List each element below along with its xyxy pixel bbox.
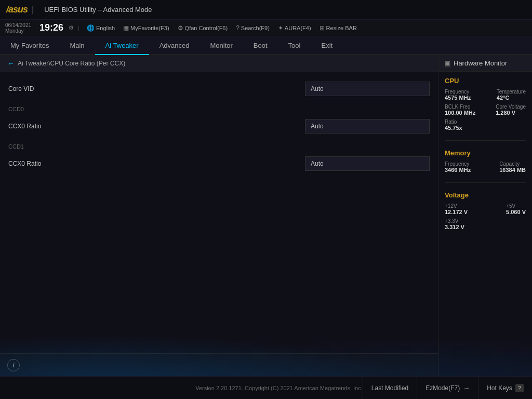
footer-copyright: Version 2.20.1271. Copyright (C) 2021 Am… xyxy=(195,385,363,391)
ratio-label: Ratio xyxy=(445,119,462,125)
memory-section-title: Memory xyxy=(445,149,526,157)
favorite-icon: ▦ xyxy=(123,24,129,32)
main-navigation: My Favorites Main Ai Tweaker Advanced Mo… xyxy=(0,36,532,55)
toolbar: 06/14/2021 Monday 19:26 ⚙ | 🌐 English ▦ … xyxy=(0,20,532,36)
search-button[interactable]: ? Search(F9) xyxy=(233,23,273,33)
breadcrumb: ← Ai Tweaker\CPU Core Ratio (Per CCX) xyxy=(0,55,438,72)
bclk-label: BCLK Freq xyxy=(445,104,475,110)
ez-mode-button[interactable]: EzMode(F7) → xyxy=(417,377,478,400)
nav-ai-tweaker[interactable]: Ai Tweaker xyxy=(95,36,149,55)
voltage-section-title: Voltage xyxy=(445,191,526,199)
nav-main[interactable]: Main xyxy=(59,36,95,55)
cpu-frequency-label: Frequency xyxy=(445,89,471,95)
nav-exit[interactable]: Exit xyxy=(311,36,343,55)
setting-row-ccx0-ratio-0: CCX0 Ratio Auto xyxy=(0,115,438,138)
hardware-monitor-panel: ▣ Hardware Monitor CPU Frequency 4575 MH… xyxy=(438,55,532,376)
aura-button[interactable]: ✦ AURA(F4) xyxy=(275,23,314,33)
voltage-section: Voltage +12V 12.172 V +5V 5.060 V +3.3V … xyxy=(438,186,532,236)
footer-right: Last Modified EzMode(F7) → Hot Keys ? xyxy=(363,377,532,400)
hot-keys-icon: ? xyxy=(515,384,524,392)
voltage-12v-row: +12V 12.172 V +5V 5.060 V xyxy=(445,203,526,215)
memory-capacity-label: Capacity xyxy=(499,161,526,167)
hot-keys-button[interactable]: Hot Keys ? xyxy=(478,377,532,400)
settings-panel: ← Ai Tweaker\CPU Core Ratio (Per CCX) Co… xyxy=(0,55,438,376)
v12-value: 12.172 V xyxy=(445,209,468,215)
ccd0-section: CCD0 xyxy=(0,100,438,115)
asus-logo-text: /asus xyxy=(6,4,28,15)
cpu-section-title: CPU xyxy=(445,77,526,85)
breadcrumb-path: Ai Tweaker\CPU Core Ratio (Per CCX) xyxy=(18,60,125,67)
info-bar: i xyxy=(0,353,438,376)
back-button[interactable]: ← xyxy=(7,59,15,68)
footer-bar: Version 2.20.1271. Copyright (C) 2021 Am… xyxy=(0,376,532,399)
memory-frequency-label: Frequency xyxy=(445,161,471,167)
ccx0-ratio-1-label: CCX0 Ratio xyxy=(8,160,305,167)
header-separator: | xyxy=(32,5,34,15)
settings-icon[interactable]: ⚙ xyxy=(69,24,74,31)
setting-row-ccx0-ratio-1: CCX0 Ratio Auto xyxy=(0,152,438,175)
resize-bar-button[interactable]: ⊞ Resize BAR xyxy=(316,23,360,33)
memory-row: Frequency 3466 MHz Capacity 16384 MB xyxy=(445,161,526,173)
asus-logo: /asus | xyxy=(6,4,38,15)
core-vid-value[interactable]: Auto xyxy=(305,82,430,96)
ccd0-label: CCD0 xyxy=(8,106,430,112)
ccx0-ratio-0-label: CCX0 Ratio xyxy=(8,123,305,130)
nav-advanced[interactable]: Advanced xyxy=(149,36,200,55)
v33-label: +3.3V xyxy=(445,218,464,224)
settings-list: Core VID Auto CCD0 CCX0 Ratio Auto xyxy=(0,72,438,353)
fan-icon: ⚙ xyxy=(178,24,183,32)
ccx0-ratio-0-value[interactable]: Auto xyxy=(305,119,430,134)
monitor-icon: ▣ xyxy=(445,60,450,67)
core-voltage-value: 1.280 V xyxy=(496,110,526,116)
last-modified-button[interactable]: Last Modified xyxy=(363,377,417,400)
time-display: 19:26 xyxy=(39,22,63,33)
info-icon: i xyxy=(7,359,20,371)
core-vid-label: Core VID xyxy=(8,85,305,92)
cpu-temperature-label: Temperature xyxy=(497,89,526,95)
v33-value: 3.312 V xyxy=(445,224,464,230)
bclk-value: 100.00 MHz xyxy=(445,110,475,116)
cpu-freq-row: Frequency 4575 MHz Temperature 42°C xyxy=(445,89,526,101)
nav-monitor[interactable]: Monitor xyxy=(200,36,243,55)
cpu-frequency-value: 4575 MHz xyxy=(445,95,471,101)
v5-value: 5.060 V xyxy=(506,209,526,215)
ratio-value: 45.75x xyxy=(445,125,462,131)
cpu-temperature-value: 42°C xyxy=(497,95,526,101)
aura-icon: ✦ xyxy=(278,24,283,32)
memory-capacity-value: 16384 MB xyxy=(499,167,526,173)
memory-frequency-value: 3466 MHz xyxy=(445,167,471,173)
core-voltage-label: Core Voltage xyxy=(496,104,526,110)
nav-boot[interactable]: Boot xyxy=(243,36,278,55)
bios-title: UEFI BIOS Utility – Advanced Mode xyxy=(44,6,152,14)
cpu-ratio-row: Ratio 45.75x xyxy=(445,119,526,131)
setting-row-core-vid: Core VID Auto xyxy=(0,77,438,100)
resize-icon: ⊞ xyxy=(320,24,325,32)
main-layout: ← Ai Tweaker\CPU Core Ratio (Per CCX) Co… xyxy=(0,55,532,399)
ccd1-label: CCD1 xyxy=(8,143,430,150)
memory-section: Memory Frequency 3466 MHz Capacity 16384… xyxy=(438,144,532,179)
v5-label: +5V xyxy=(506,203,526,209)
ez-mode-icon: → xyxy=(463,384,470,392)
cpu-section: CPU Frequency 4575 MHz Temperature 42°C … xyxy=(438,72,532,137)
cpu-bclk-row: BCLK Freq 100.00 MHz Core Voltage 1.280 … xyxy=(445,104,526,116)
cpu-memory-divider xyxy=(445,140,526,141)
ez-mode-label: EzMode(F7) xyxy=(425,384,460,392)
datetime-display: 06/14/2021 Monday xyxy=(5,22,31,34)
qfan-button[interactable]: ⚙ Qfan Control(F6) xyxy=(175,23,231,33)
voltage-33v-row: +3.3V 3.312 V xyxy=(445,218,526,230)
hardware-monitor-title: ▣ Hardware Monitor xyxy=(438,55,532,72)
ccd1-section: CCD1 xyxy=(0,138,438,152)
nav-my-favorites[interactable]: My Favorites xyxy=(0,36,59,55)
globe-icon: 🌐 xyxy=(87,24,95,32)
search-icon: ? xyxy=(236,24,240,32)
v12-label: +12V xyxy=(445,203,468,209)
memory-voltage-divider xyxy=(445,182,526,183)
ccx0-ratio-1-value[interactable]: Auto xyxy=(305,156,430,171)
nav-tool[interactable]: Tool xyxy=(278,36,311,55)
hot-keys-label: Hot Keys xyxy=(487,384,512,392)
last-modified-label: Last Modified xyxy=(371,384,408,392)
content-row: ← Ai Tweaker\CPU Core Ratio (Per CCX) Co… xyxy=(0,55,532,376)
language-selector[interactable]: 🌐 English xyxy=(84,23,118,33)
date-display: 06/14/2021 Monday xyxy=(5,22,31,34)
my-favorite-button[interactable]: ▦ MyFavorite(F3) xyxy=(120,23,172,33)
